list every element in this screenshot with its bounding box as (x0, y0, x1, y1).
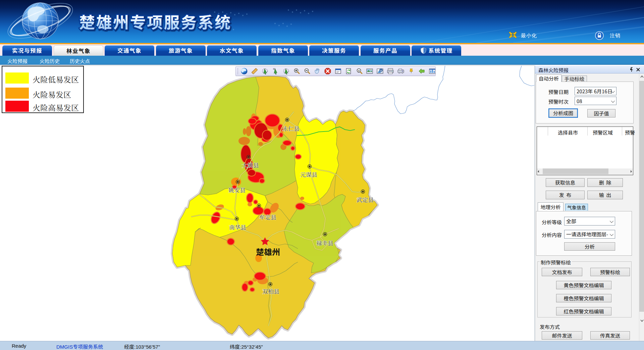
svg-text:?: ? (358, 69, 360, 73)
svg-text:楚雄州专项服务系统: 楚雄州专项服务系统 (79, 10, 232, 33)
svg-text:武定县: 武定县 (357, 195, 374, 204)
svg-text:大姚县: 大姚县 (242, 161, 259, 169)
svg-text:楚雄州: 楚雄州 (256, 246, 280, 257)
svg-text:双柏县: 双柏县 (262, 287, 279, 295)
svg-text:姚安县: 姚安县 (228, 186, 246, 194)
svg-text:永仁县: 永仁县 (282, 124, 300, 133)
svg-text:南华县: 南华县 (229, 223, 246, 231)
svg-text:元谋县: 元谋县 (300, 170, 317, 179)
svg-text:禄丰县: 禄丰县 (316, 239, 333, 247)
svg-text:牟定县: 牟定县 (259, 213, 276, 221)
